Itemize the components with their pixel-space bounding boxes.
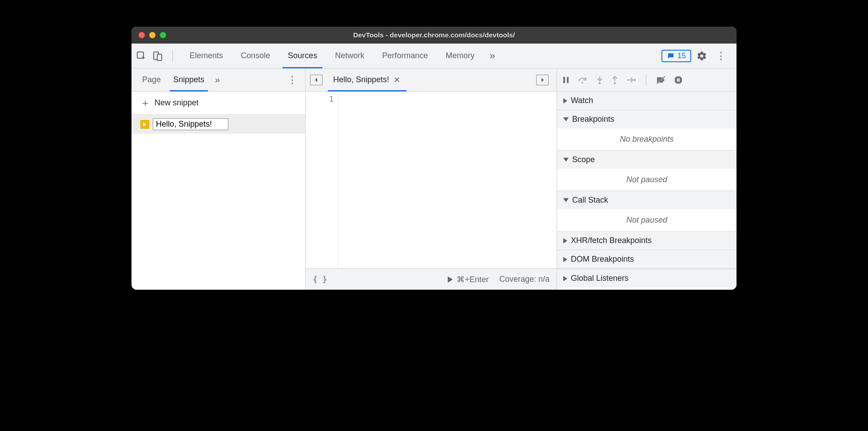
snippet-name-input[interactable] <box>153 118 228 130</box>
section-dom-breakpoints: DOM Breakpoints <box>557 250 737 269</box>
messages-count: 15 <box>677 52 686 60</box>
main-tab-bar: Elements Console Sources Network Perform… <box>131 44 737 68</box>
svg-rect-2 <box>157 54 162 60</box>
section-watch: Watch <box>557 92 737 110</box>
panels-body: Page Snippets » ⋮ ＋ New snippet <box>131 68 737 290</box>
more-options-icon[interactable]: ⋮ <box>713 50 729 62</box>
chevron-down-icon <box>563 117 569 121</box>
step-over-icon <box>577 76 588 84</box>
messages-badge[interactable]: 15 <box>661 50 691 62</box>
step-out-icon <box>611 76 618 84</box>
section-global-listeners[interactable]: Global Listeners <box>557 269 737 287</box>
tab-elements[interactable]: Elements <box>181 44 232 68</box>
devtools-window: DevTools - developer.chrome.com/docs/dev… <box>131 27 737 290</box>
pause-icon[interactable] <box>562 76 569 84</box>
section-header-xhr[interactable]: XHR/fetch Breakpoints <box>557 231 737 250</box>
line-gutter: 1 <box>306 92 338 268</box>
chevron-right-icon <box>563 238 567 243</box>
editor-footer: { } ⌘+Enter Coverage: n/a <box>306 268 557 290</box>
inspect-element-icon[interactable] <box>136 51 147 61</box>
debugger-panel: Watch Breakpoints No breakpoints Scope N… <box>557 68 737 290</box>
main-tabs: Elements Console Sources Network Perform… <box>181 44 661 68</box>
message-icon <box>667 52 675 60</box>
deactivate-breakpoints-icon[interactable] <box>656 76 666 84</box>
section-call-stack: Call Stack Not paused <box>557 191 737 231</box>
navigator-subtabs: Page Snippets » ⋮ <box>131 68 305 92</box>
play-icon <box>447 276 453 283</box>
svg-point-8 <box>634 79 636 81</box>
section-label: DOM Breakpoints <box>571 255 634 264</box>
navigator-toggle-left-icon[interactable] <box>310 75 323 85</box>
section-header-breakpoints[interactable]: Breakpoints <box>557 110 737 128</box>
tab-network[interactable]: Network <box>326 44 373 68</box>
device-toolbar-icon[interactable] <box>153 51 163 61</box>
section-label: Global Listeners <box>571 274 629 283</box>
section-breakpoints: Breakpoints No breakpoints <box>557 110 737 151</box>
chevron-right-icon <box>563 276 567 281</box>
code-editor[interactable]: 1 <box>306 92 557 268</box>
editor-tab-bar: Hello, Snippets! ✕ <box>306 68 557 92</box>
window-minimize-button[interactable] <box>149 32 155 38</box>
section-header-watch[interactable]: Watch <box>557 92 737 110</box>
traffic-lights <box>131 32 166 38</box>
svg-rect-4 <box>567 77 569 83</box>
run-snippet-button[interactable]: ⌘+Enter <box>447 275 489 284</box>
titlebar: DevTools - developer.chrome.com/docs/dev… <box>131 27 737 44</box>
toolbar-divider <box>646 74 646 86</box>
editor-panel: Hello, Snippets! ✕ 1 { } ⌘+Ente <box>306 68 557 290</box>
chevron-right-icon <box>563 98 567 104</box>
line-number: 1 <box>306 94 334 104</box>
pause-on-exceptions-icon[interactable] <box>674 76 683 84</box>
window-title: DevTools - developer.chrome.com/docs/dev… <box>131 31 737 39</box>
svg-rect-3 <box>563 77 565 83</box>
section-scope: Scope Not paused <box>557 151 737 191</box>
svg-point-7 <box>614 82 616 84</box>
editor-file-tab-label: Hello, Snippets! <box>333 75 389 84</box>
subtabs-overflow-icon[interactable]: » <box>211 75 224 85</box>
settings-icon[interactable] <box>697 51 707 61</box>
window-zoom-button[interactable] <box>160 32 166 38</box>
chevron-right-icon <box>563 257 567 262</box>
code-area[interactable] <box>338 92 557 268</box>
chevron-down-icon <box>563 198 569 202</box>
pretty-print-icon[interactable]: { } <box>313 275 327 284</box>
section-body-breakpoints: No breakpoints <box>557 128 737 150</box>
subtab-page[interactable]: Page <box>136 68 167 91</box>
divider <box>172 50 173 62</box>
section-label: Breakpoints <box>572 115 614 124</box>
tabs-overflow-icon[interactable]: » <box>483 44 501 68</box>
section-xhr-breakpoints: XHR/fetch Breakpoints <box>557 231 737 250</box>
section-label: Call Stack <box>572 196 608 205</box>
coverage-label: Coverage: n/a <box>499 275 549 284</box>
tab-memory[interactable]: Memory <box>437 44 483 68</box>
new-snippet-button[interactable]: ＋ New snippet <box>131 92 305 115</box>
section-body-scope: Not paused <box>557 169 737 191</box>
tab-sources[interactable]: Sources <box>279 44 326 68</box>
svg-point-6 <box>599 82 601 84</box>
debugger-toolbar <box>557 68 737 92</box>
tab-console[interactable]: Console <box>232 44 279 68</box>
navigator-panel: Page Snippets » ⋮ ＋ New snippet <box>131 68 306 290</box>
debugger-toggle-right-icon[interactable] <box>536 75 549 85</box>
close-tab-icon[interactable]: ✕ <box>393 75 401 85</box>
navigator-more-icon[interactable]: ⋮ <box>284 74 301 86</box>
section-label: XHR/fetch Breakpoints <box>571 236 652 245</box>
step-icon <box>626 76 636 84</box>
plus-icon: ＋ <box>140 96 150 110</box>
section-body-call-stack: Not paused <box>557 209 737 231</box>
svg-rect-12 <box>679 78 680 82</box>
editor-file-tab[interactable]: Hello, Snippets! ✕ <box>326 68 408 91</box>
window-close-button[interactable] <box>139 32 145 38</box>
subtab-snippets[interactable]: Snippets <box>167 68 211 91</box>
section-header-dom[interactable]: DOM Breakpoints <box>557 250 737 268</box>
run-shortcut-label: ⌘+Enter <box>457 275 489 284</box>
chevron-down-icon <box>563 158 569 162</box>
section-header-scope[interactable]: Scope <box>557 151 737 169</box>
section-header-call-stack[interactable]: Call Stack <box>557 191 737 209</box>
snippet-list-item[interactable] <box>131 115 305 134</box>
tab-performance[interactable]: Performance <box>373 44 437 68</box>
section-label: Scope <box>572 155 595 164</box>
section-label: Watch <box>571 96 593 105</box>
step-into-icon <box>596 76 603 84</box>
svg-point-5 <box>581 82 583 84</box>
